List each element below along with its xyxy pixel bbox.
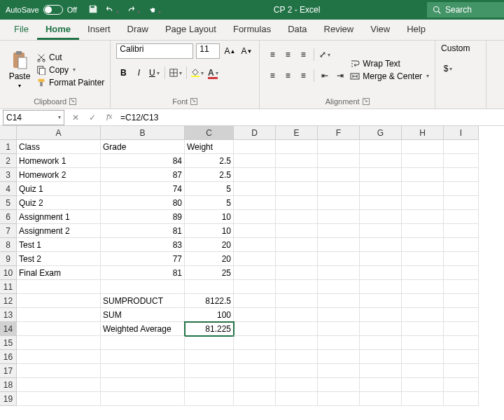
cell-A15[interactable] [17, 336, 101, 350]
row-header-4[interactable]: 4 [0, 182, 17, 196]
cell-E7[interactable] [276, 224, 318, 238]
cell-H13[interactable] [402, 308, 444, 322]
cell-A12[interactable] [17, 294, 101, 308]
align-left-icon[interactable]: ≡ [265, 69, 279, 83]
row-header-6[interactable]: 6 [0, 210, 17, 224]
format-painter-button[interactable]: Format Painter [36, 78, 104, 88]
cell-G17[interactable] [360, 364, 402, 378]
cell-H1[interactable] [402, 140, 444, 154]
cell-I1[interactable] [444, 140, 479, 154]
row-header-14[interactable]: 14 [0, 322, 17, 336]
cell-H8[interactable] [402, 238, 444, 252]
cell-B18[interactable] [101, 378, 185, 392]
cell-E8[interactable] [276, 238, 318, 252]
save-icon[interactable] [88, 4, 98, 16]
cell-A14[interactable] [17, 322, 101, 336]
row-header-7[interactable]: 7 [0, 224, 17, 238]
cell-D14[interactable] [234, 322, 276, 336]
cell-I13[interactable] [444, 308, 479, 322]
cell-A16[interactable] [17, 350, 101, 364]
row-header-11[interactable]: 11 [0, 280, 17, 294]
cell-I14[interactable] [444, 322, 479, 336]
cell-C5[interactable]: 5 [185, 196, 234, 210]
row-header-10[interactable]: 10 [0, 266, 17, 280]
touch-mode-icon[interactable] [147, 4, 161, 16]
cell-I2[interactable] [444, 154, 479, 168]
alignment-dialog-launcher[interactable] [363, 98, 370, 105]
col-header-D[interactable]: D [234, 126, 276, 140]
cell-E2[interactable] [276, 154, 318, 168]
font-dialog-launcher[interactable] [190, 98, 197, 105]
font-size-select[interactable]: 11 [196, 43, 220, 59]
enter-formula-icon[interactable]: ✓ [84, 113, 101, 122]
cell-I6[interactable] [444, 210, 479, 224]
col-header-G[interactable]: G [360, 126, 402, 140]
cell-H5[interactable] [402, 196, 444, 210]
cell-F12[interactable] [318, 294, 360, 308]
cell-G16[interactable] [360, 350, 402, 364]
decrease-font-icon[interactable]: A▼ [239, 44, 253, 58]
cell-D9[interactable] [234, 252, 276, 266]
cell-G15[interactable] [360, 336, 402, 350]
decrease-indent-icon[interactable]: ⇤ [318, 69, 332, 83]
cell-I3[interactable] [444, 168, 479, 182]
cell-D19[interactable] [234, 392, 276, 406]
cell-A19[interactable] [17, 392, 101, 406]
cell-I4[interactable] [444, 182, 479, 196]
cell-B19[interactable] [101, 392, 185, 406]
cell-E9[interactable] [276, 252, 318, 266]
cell-D8[interactable] [234, 238, 276, 252]
cell-B6[interactable]: 89 [101, 210, 185, 224]
cell-E1[interactable] [276, 140, 318, 154]
cell-C16[interactable] [185, 350, 234, 364]
cell-F4[interactable] [318, 182, 360, 196]
paste-button[interactable]: Paste▾ [6, 43, 34, 96]
cell-F9[interactable] [318, 252, 360, 266]
cell-B11[interactable] [101, 280, 185, 294]
cell-I19[interactable] [444, 392, 479, 406]
cell-C15[interactable] [185, 336, 234, 350]
row-header-9[interactable]: 9 [0, 252, 17, 266]
col-header-A[interactable]: A [17, 126, 101, 140]
cell-D7[interactable] [234, 224, 276, 238]
cell-D18[interactable] [234, 378, 276, 392]
cell-E16[interactable] [276, 350, 318, 364]
select-all-corner[interactable] [0, 126, 17, 140]
cell-D6[interactable] [234, 210, 276, 224]
col-header-C[interactable]: C [185, 126, 234, 140]
cell-H14[interactable] [402, 322, 444, 336]
cell-A13[interactable] [17, 308, 101, 322]
cell-B17[interactable] [101, 364, 185, 378]
cell-E6[interactable] [276, 210, 318, 224]
cell-H9[interactable] [402, 252, 444, 266]
cell-B9[interactable]: 77 [101, 252, 185, 266]
cell-G19[interactable] [360, 392, 402, 406]
font-name-select[interactable]: Calibri [116, 43, 193, 59]
align-top-icon[interactable]: ≡ [265, 48, 279, 62]
cell-F7[interactable] [318, 224, 360, 238]
row-header-8[interactable]: 8 [0, 238, 17, 252]
cell-G9[interactable] [360, 252, 402, 266]
cell-C14[interactable]: 81.225 [185, 322, 234, 336]
cell-A3[interactable]: Homework 2 [17, 168, 101, 182]
fill-color-button[interactable] [190, 66, 204, 80]
cell-C11[interactable] [185, 280, 234, 294]
cell-G14[interactable] [360, 322, 402, 336]
cell-B10[interactable]: 81 [101, 266, 185, 280]
cell-A9[interactable]: Test 2 [17, 252, 101, 266]
tab-draw[interactable]: Draw [119, 20, 157, 40]
name-box[interactable]: C14 [3, 110, 64, 125]
spreadsheet-grid[interactable]: ABCDEFGHI1ClassGradeWeight2Homework 1842… [0, 126, 504, 406]
cell-E10[interactable] [276, 266, 318, 280]
cell-B1[interactable]: Grade [101, 140, 185, 154]
cell-B13[interactable]: SUM [101, 308, 185, 322]
cell-H4[interactable] [402, 182, 444, 196]
cell-D4[interactable] [234, 182, 276, 196]
cell-A1[interactable]: Class [17, 140, 101, 154]
align-middle-icon[interactable]: ≡ [281, 48, 295, 62]
increase-indent-icon[interactable]: ⇥ [333, 69, 347, 83]
cell-D3[interactable] [234, 168, 276, 182]
cell-E18[interactable] [276, 378, 318, 392]
cell-B14[interactable]: Weighted Average [101, 322, 185, 336]
italic-button[interactable]: I [132, 66, 146, 80]
